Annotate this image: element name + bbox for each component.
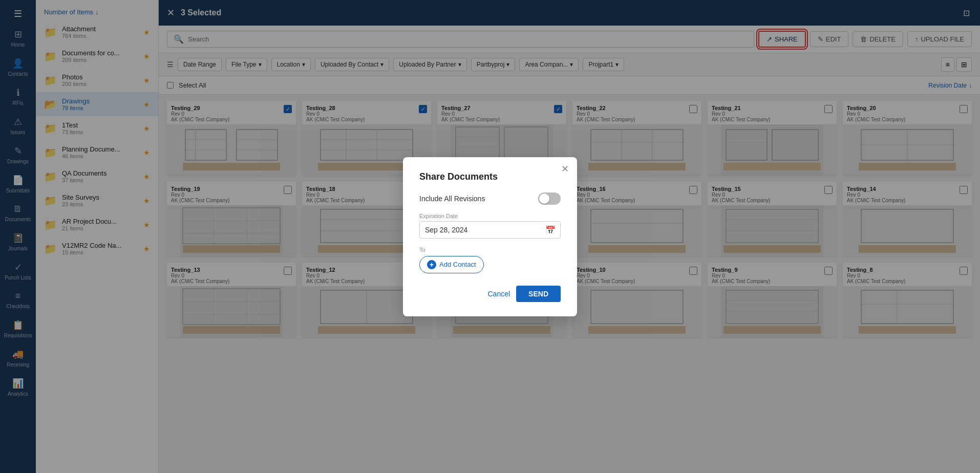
modal-close-button[interactable]: ✕	[561, 163, 569, 175]
modal-overlay[interactable]: ✕ Share Documents Include All Revisions …	[0, 0, 980, 473]
add-contact-plus-icon: +	[427, 260, 436, 269]
expiration-date-field: 📅	[419, 221, 561, 239]
add-contact-button[interactable]: + Add Contact	[419, 256, 484, 273]
modal-actions: Cancel SEND	[419, 286, 561, 302]
to-label: To	[419, 247, 561, 253]
include-all-revisions-toggle[interactable]	[538, 192, 561, 205]
include-all-revisions-label: Include All Revisions	[419, 195, 485, 203]
include-all-revisions-row: Include All Revisions	[419, 192, 561, 205]
modal-title: Share Documents	[419, 171, 561, 182]
expiration-date-input[interactable]	[419, 221, 561, 239]
cancel-button[interactable]: Cancel	[488, 290, 510, 298]
send-button[interactable]: SEND	[516, 286, 561, 302]
calendar-icon[interactable]: 📅	[545, 225, 556, 234]
expiration-date-label: Expiration Date	[419, 213, 561, 219]
toggle-knob	[539, 193, 549, 204]
share-documents-modal: ✕ Share Documents Include All Revisions …	[403, 157, 577, 316]
